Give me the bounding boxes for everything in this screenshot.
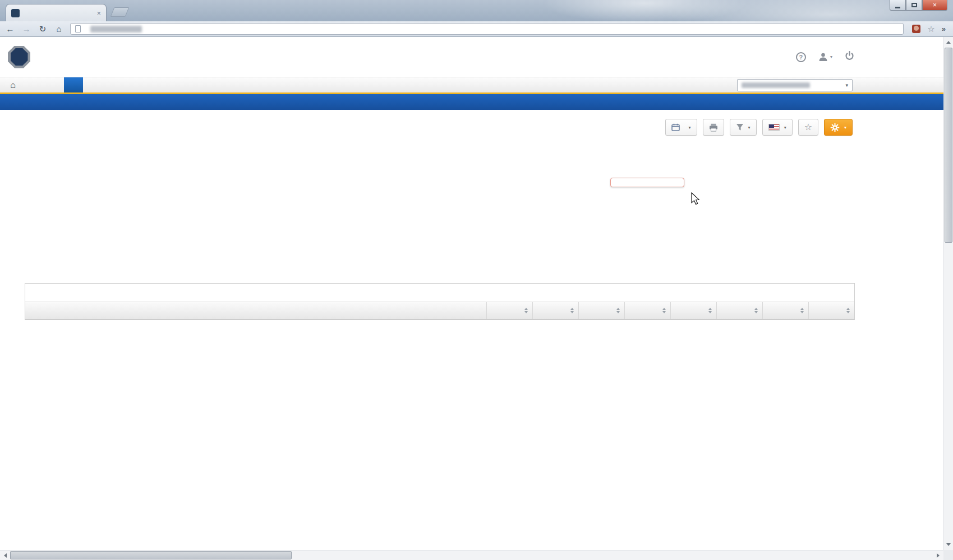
column-header-impressions-change[interactable] xyxy=(532,302,578,319)
header-icons: ? ▾ xyxy=(796,37,854,77)
minimize-icon xyxy=(895,7,900,8)
date-range-button[interactable]: ▾ xyxy=(665,119,697,136)
nav-item-lab[interactable] xyxy=(121,77,140,92)
sort-arrows-icon[interactable] xyxy=(524,308,528,313)
sort-arrows-icon[interactable] xyxy=(800,308,804,313)
nav-item-onpage[interactable] xyxy=(83,77,102,92)
nav-item-track[interactable] xyxy=(26,77,45,92)
scroll-up-icon xyxy=(946,41,951,44)
scroll-down-icon xyxy=(946,543,951,546)
mouse-cursor xyxy=(691,192,701,206)
column-header-ctr-change[interactable] xyxy=(716,302,762,319)
user-menu[interactable]: ▾ xyxy=(818,52,832,62)
sort-arrows-icon[interactable] xyxy=(616,308,620,313)
page-header-row: ▾ ▾ ▾ ☆ xyxy=(25,118,953,140)
date-caret-icon: ▾ xyxy=(689,125,691,130)
language-button[interactable]: ▾ xyxy=(762,119,793,136)
us-flag-icon xyxy=(768,124,780,131)
scroll-left-icon xyxy=(4,553,7,558)
favorite-button[interactable]: ☆ xyxy=(798,119,818,136)
column-header-position-change[interactable] xyxy=(808,302,854,319)
maximize-button[interactable] xyxy=(906,0,922,11)
sort-arrows-icon[interactable] xyxy=(708,308,712,313)
back-icon[interactable]: ← xyxy=(5,25,15,33)
total-queries xyxy=(25,154,92,162)
overflow-chevron-icon[interactable]: » xyxy=(942,25,946,33)
favicon xyxy=(11,9,20,17)
nav-right: ▾ xyxy=(729,77,853,92)
browser-toolbar: ← → ↻ ⌂ ☆ » xyxy=(0,21,953,37)
report-actions: ▾ ▾ ▾ ☆ xyxy=(665,119,853,136)
settings-button[interactable]: ▾ xyxy=(824,119,853,136)
column-header-ctr[interactable] xyxy=(670,302,716,319)
column-header-impressions[interactable] xyxy=(486,302,532,319)
traffic-chart-plot[interactable] xyxy=(25,170,849,280)
sort-arrows-icon[interactable] xyxy=(846,308,850,313)
results-table xyxy=(25,302,854,320)
rankranger-logo[interactable] xyxy=(8,46,35,68)
scrollbar-corner xyxy=(943,550,953,560)
traffic-chart xyxy=(25,170,953,280)
shortcuts-redacted-blur xyxy=(742,82,810,88)
sort-arrows-icon[interactable] xyxy=(570,308,574,313)
logout-power-icon[interactable] xyxy=(845,51,854,63)
language-caret-icon: ▾ xyxy=(784,125,786,130)
bookmark-star-icon[interactable]: ☆ xyxy=(927,25,934,33)
refresh-icon[interactable]: ↻ xyxy=(38,25,48,33)
clicks-legend-square xyxy=(174,154,179,160)
browser-tab[interactable]: × xyxy=(6,4,107,21)
results-table-container xyxy=(25,283,855,320)
nav-item-links[interactable] xyxy=(102,77,121,92)
minimize-button[interactable] xyxy=(890,0,906,11)
scroll-down-button[interactable] xyxy=(944,540,953,549)
maximize-icon xyxy=(911,3,917,7)
sort-arrows-icon[interactable] xyxy=(754,308,758,313)
vertical-scrollbar-thumb[interactable] xyxy=(945,48,952,243)
filter-caret-icon: ▾ xyxy=(748,125,751,130)
column-header-clicks[interactable] xyxy=(578,302,624,319)
app-header: ? ▾ xyxy=(0,37,953,77)
shortcuts-select[interactable]: ▾ xyxy=(737,79,853,91)
vertical-scrollbar[interactable] xyxy=(943,37,953,550)
close-button[interactable]: × xyxy=(922,0,947,11)
scroll-right-icon xyxy=(937,553,940,558)
tab-close-icon[interactable]: × xyxy=(96,10,101,17)
scroll-left-button[interactable] xyxy=(1,550,10,560)
url-redacted-blur xyxy=(90,26,142,33)
total-impressions xyxy=(92,154,174,162)
total-clicks xyxy=(174,154,241,162)
totals-row xyxy=(25,154,953,162)
horizontal-scrollbar[interactable] xyxy=(0,550,943,560)
nav-item-analyse[interactable] xyxy=(64,77,83,92)
column-header-avg-position[interactable] xyxy=(762,302,808,319)
forward-icon[interactable]: → xyxy=(21,25,31,33)
settings-caret-icon: ▾ xyxy=(844,125,846,130)
user-icon xyxy=(818,52,828,62)
scroll-right-button[interactable] xyxy=(933,550,943,560)
print-button[interactable] xyxy=(703,119,724,136)
printer-icon xyxy=(709,123,718,132)
favorite-star-icon: ☆ xyxy=(804,123,812,132)
table-header-row xyxy=(25,302,854,319)
calendar-icon xyxy=(671,123,680,131)
column-header-clicks-change[interactable] xyxy=(624,302,670,319)
blue-accent-band xyxy=(0,94,953,110)
horizontal-scrollbar-thumb[interactable] xyxy=(10,551,292,559)
help-icon[interactable]: ? xyxy=(796,52,806,62)
results-count xyxy=(32,289,34,297)
gear-icon xyxy=(830,123,840,132)
main-nav: ⌂ ▾ xyxy=(0,77,953,92)
extension-icon[interactable] xyxy=(912,25,920,33)
column-header-query xyxy=(25,302,486,319)
browser-home-icon[interactable]: ⌂ xyxy=(54,25,64,33)
window-controls: × xyxy=(890,0,947,11)
new-tab-button[interactable] xyxy=(111,7,130,17)
scroll-up-button[interactable] xyxy=(944,38,953,47)
sort-arrows-icon[interactable] xyxy=(662,308,666,313)
nav-home-icon[interactable]: ⌂ xyxy=(0,77,26,92)
chart-tooltip xyxy=(610,178,684,187)
nav-item-research[interactable] xyxy=(45,77,64,92)
filter-button[interactable]: ▾ xyxy=(730,119,757,136)
url-bar[interactable] xyxy=(70,23,904,35)
select-caret-icon: ▾ xyxy=(845,82,848,88)
